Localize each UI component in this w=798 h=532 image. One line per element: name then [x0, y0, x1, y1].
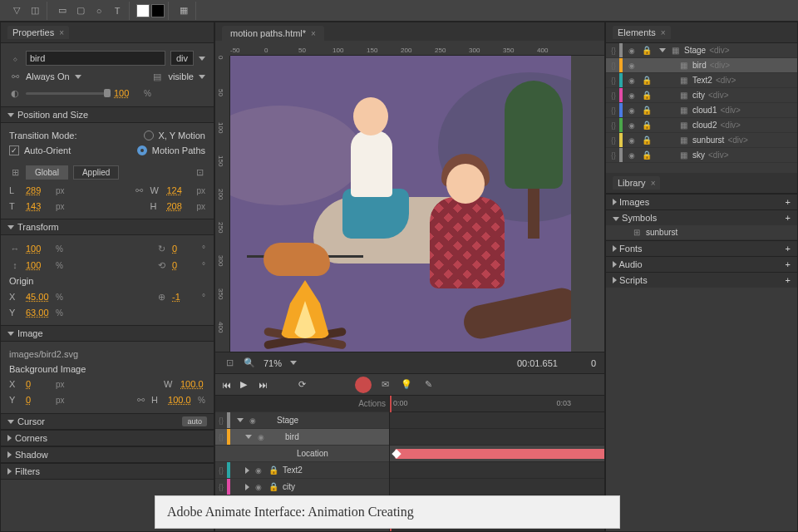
size-mode-icon[interactable]: ⊡: [194, 167, 205, 179]
lock-icon[interactable]: [641, 60, 653, 71]
timeline-layer-stage[interactable]: {} Stage: [215, 412, 389, 429]
keyframe-span[interactable]: [395, 449, 604, 459]
play-button[interactable]: ▶: [240, 378, 254, 392]
xy-motion-radio[interactable]: [144, 131, 154, 140]
motion-paths-radio[interactable]: [137, 145, 147, 155]
record-button[interactable]: [355, 377, 372, 393]
image-header[interactable]: Image: [1, 325, 214, 342]
element-row-sky[interactable]: {} 🔒 ▦ sky <div>: [606, 148, 797, 163]
lock-icon[interactable]: 🔒: [268, 481, 279, 493]
timeline-layer-bird[interactable]: {} bird: [215, 429, 389, 446]
close-icon[interactable]: ×: [59, 28, 64, 37]
add-icon[interactable]: +: [786, 213, 791, 223]
lock-icon[interactable]: 🔒: [641, 105, 653, 116]
library-section-images[interactable]: Images+: [606, 194, 797, 209]
loop-button[interactable]: ⟳: [298, 378, 312, 392]
library-tab[interactable]: Library×: [613, 176, 660, 190]
scale-y-value[interactable]: 100: [26, 260, 51, 270]
cursor-header[interactable]: Cursorauto: [1, 413, 214, 430]
eye-icon[interactable]: [626, 75, 638, 86]
auto-orient-checkbox[interactable]: ✓: [9, 145, 19, 155]
rect-tool[interactable]: ▭: [54, 2, 71, 19]
lock-icon[interactable]: 🔒: [641, 75, 653, 86]
elements-tab[interactable]: Elements×: [613, 26, 671, 39]
rot-y-value[interactable]: 0: [172, 260, 197, 270]
close-icon[interactable]: ×: [311, 29, 316, 38]
close-icon[interactable]: ×: [661, 28, 666, 37]
opacity-value[interactable]: 100: [114, 88, 139, 98]
scale-x-value[interactable]: 100: [26, 244, 51, 254]
corners-header[interactable]: Corners: [1, 430, 214, 446]
document-tab[interactable]: motion paths.html*×: [222, 26, 324, 41]
add-icon[interactable]: +: [786, 244, 791, 254]
shadow-header[interactable]: Shadow: [1, 446, 214, 463]
eye-icon[interactable]: [626, 135, 638, 146]
opacity-slider[interactable]: [26, 92, 109, 95]
height-value[interactable]: 208: [166, 201, 191, 211]
link-icon[interactable]: ⚯: [135, 394, 146, 406]
bg-x-value[interactable]: 0: [26, 379, 51, 389]
position-size-header[interactable]: Position and Size: [1, 106, 214, 123]
lock-icon[interactable]: 🔒: [641, 135, 653, 146]
lock-icon[interactable]: 🔒: [641, 90, 653, 101]
top-value[interactable]: 143: [26, 201, 51, 211]
element-row-stage[interactable]: {} 🔒 ▦ Stage <div>: [606, 43, 797, 58]
library-section-symbols[interactable]: Symbols+: [606, 209, 797, 225]
chevron-down-icon[interactable]: [199, 75, 205, 79]
origin-y-value[interactable]: 63.00: [26, 308, 51, 318]
rewind-button[interactable]: ⏮: [222, 378, 235, 392]
library-item[interactable]: ⊞sunburst: [606, 225, 797, 240]
element-row-bird[interactable]: {} ▦ bird <div>: [606, 58, 797, 73]
library-section-fonts[interactable]: Fonts+: [606, 240, 797, 256]
properties-tab[interactable]: Properties×: [7, 26, 69, 39]
timeline-layer-text2[interactable]: {} 🔒 Text2: [215, 462, 389, 479]
eye-icon[interactable]: [626, 90, 638, 101]
library-section-audio[interactable]: Audio+: [606, 256, 797, 272]
eye-icon[interactable]: [626, 150, 638, 161]
origin-x-value[interactable]: 45.00: [26, 292, 51, 302]
bg-w-value[interactable]: 100.0: [180, 379, 205, 389]
width-value[interactable]: 124: [166, 185, 191, 195]
transform-tool[interactable]: ◫: [27, 2, 43, 19]
add-icon[interactable]: +: [786, 275, 791, 285]
left-value[interactable]: 289: [26, 185, 51, 195]
eye-icon[interactable]: [253, 481, 264, 493]
element-name-input[interactable]: [26, 51, 165, 66]
lock-icon[interactable]: 🔒: [641, 45, 653, 57]
lock-icon[interactable]: 🔒: [641, 120, 653, 131]
bulb-button[interactable]: 💡: [398, 377, 415, 393]
eye-icon[interactable]: [626, 45, 638, 57]
element-row-city[interactable]: {} 🔒 ▦ city <div>: [606, 88, 797, 103]
bg-y-value[interactable]: 0: [26, 395, 51, 405]
timeline-layer-city[interactable]: {} 🔒 city: [215, 479, 389, 495]
eye-icon[interactable]: [626, 120, 638, 131]
add-icon[interactable]: +: [786, 197, 791, 207]
global-button[interactable]: Global: [26, 165, 68, 180]
stroke-swatch[interactable]: [151, 4, 165, 17]
stage-artwork[interactable]: [230, 56, 571, 352]
bg-h-value[interactable]: 100.0: [168, 395, 193, 405]
eye-icon[interactable]: [253, 465, 264, 476]
filters-header[interactable]: Filters: [1, 463, 214, 480]
eye-icon[interactable]: [626, 105, 638, 116]
ellipse-tool[interactable]: ○: [91, 2, 107, 19]
canvas-area[interactable]: [230, 56, 604, 352]
element-row-cloud1[interactable]: {} 🔒 ▦ cloud1 <div>: [606, 103, 797, 118]
chevron-down-icon[interactable]: [199, 57, 205, 61]
pencil-button[interactable]: ✎: [420, 377, 436, 393]
eye-icon[interactable]: [255, 431, 267, 443]
cursor-auto-value[interactable]: auto: [182, 416, 207, 426]
element-row-sunburst[interactable]: {} 🔒 ▦ sunburst <div>: [606, 133, 797, 148]
time-ruler[interactable]: 0:00 0:03: [390, 396, 604, 412]
zoom-fit-icon[interactable]: ⊡: [224, 357, 235, 369]
link-wh-icon[interactable]: ⚯: [133, 185, 145, 196]
skew-value[interactable]: -1: [172, 292, 197, 302]
grid-toggle[interactable]: ▦: [175, 2, 192, 19]
eye-icon[interactable]: [626, 60, 638, 71]
rot-z-value[interactable]: 0: [172, 244, 197, 254]
library-section-scripts[interactable]: Scripts+: [606, 272, 797, 288]
applied-button[interactable]: Applied: [73, 165, 119, 180]
ease-button[interactable]: ✉: [377, 377, 393, 393]
transform-header[interactable]: Transform: [1, 219, 214, 235]
close-icon[interactable]: ×: [651, 179, 656, 188]
